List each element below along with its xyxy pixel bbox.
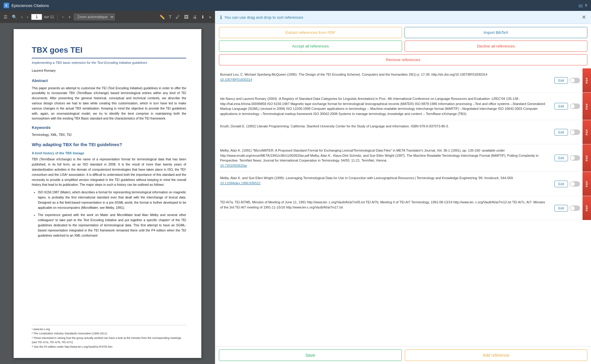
reference-text: Melby, Alan K. (1991) "MicroMATER: A Pro… <box>220 149 539 162</box>
edit-reference-button[interactable]: Edit <box>554 181 568 187</box>
footnote-3: ³ Those interested in seeing how the gro… <box>32 336 186 345</box>
extract-references-button[interactable]: Extract references from PDF <box>219 27 402 38</box>
pdf-badge-text: PDF <box>585 103 588 110</box>
reference-content: Ide Nancy and Laurent Romary (2004) -A R… <box>215 93 552 120</box>
bottom-bar: Save Add reference <box>215 346 591 364</box>
pdf-badge-text: PDF <box>585 129 588 135</box>
zoom-out-button[interactable]: 🔍 <box>11 14 18 20</box>
pdf-badge-text: PDF <box>585 155 588 161</box>
remove-references-button[interactable]: Remove references <box>219 54 587 65</box>
pdf-toolbar-icons: ✏️ T 🖊 🖼 🖨 ⬇ » <box>158 14 213 20</box>
text-button[interactable]: T <box>168 14 173 20</box>
pdf-bullet-2: The experience gained with the work on M… <box>38 212 186 238</box>
pdf-keywords: Terminology, XML, TBX, TEI <box>32 133 186 137</box>
reference-actions: Edit <box>552 93 583 120</box>
save-button[interactable]: Save <box>219 349 402 361</box>
add-reference-button[interactable]: Add reference <box>405 349 588 361</box>
pdf-badge[interactable]: PDF <box>583 144 591 172</box>
reference-content: TEI AI7a, TEI AI7M5, Minutes of Meeting … <box>215 196 552 220</box>
pdf-title: TBX goes TEI <box>32 44 186 58</box>
main-content: ☰ 🔍 ‹ › 1 sur 11 − + Zoom automatique ✏️… <box>0 11 591 364</box>
info-message: You can use drag and drop to sort refere… <box>224 15 303 20</box>
sidebar-toggle-button[interactable]: ☰ <box>2 14 9 20</box>
reference-link[interactable]: 10.1007/BF01830314 <box>220 78 252 81</box>
footnote-1: ¹ www.tei-c.org <box>32 327 186 331</box>
reference-toggle[interactable] <box>570 155 580 161</box>
pdf-badge[interactable]: PDF <box>583 196 591 220</box>
pdf-badge[interactable]: PDF <box>583 120 591 144</box>
references-list[interactable]: Burnard Lou, C. Michael Sperberg-McQueen… <box>215 65 591 346</box>
reference-content: Melby, Alan K. and Sue Ellen Wright (199… <box>215 172 552 196</box>
next-page-button[interactable]: › <box>26 14 30 20</box>
info-icon: ℹ <box>220 15 222 20</box>
pdf-bullets: ISO 6156:1987 (Mater), which describes a… <box>38 190 186 238</box>
reference-actions: Edit <box>552 172 583 196</box>
print-button[interactable]: 🖨 <box>191 14 198 20</box>
page-number-input[interactable]: 1 <box>31 14 42 20</box>
right-panel: ℹ You can use drag and drop to sort refe… <box>215 11 591 364</box>
reference-toggle[interactable] <box>570 103 580 109</box>
pdf-footnotes: ¹ www.tei-c.org ² The Localization Indus… <box>32 325 186 349</box>
highlight-button[interactable]: 🖊 <box>174 14 181 20</box>
reference-toggle[interactable] <box>570 205 580 211</box>
annotate-button[interactable]: ✏️ <box>158 14 166 20</box>
pdf-badge[interactable]: PDF <box>583 172 591 196</box>
reference-item: Burnard Lou, C. Michael Sperberg-McQueen… <box>215 68 591 93</box>
reference-link[interactable]: 10.7202/003620ar <box>220 164 247 167</box>
pdf-badge-text: PDF <box>585 205 588 211</box>
reference-actions: Edit <box>552 120 583 144</box>
import-bibtex-button[interactable]: Import BibTeX <box>404 27 588 38</box>
action-buttons: Extract references from PDF Import BibTe… <box>215 24 591 52</box>
reference-toggle[interactable] <box>570 130 580 135</box>
pdf-abstract-title: Abstract <box>32 78 186 84</box>
pdf-badge[interactable]: PDF <box>583 68 591 92</box>
zoom-minus-button[interactable]: − <box>61 14 65 20</box>
pdf-author: Laurent Romary <box>32 68 186 73</box>
reference-item: Melby, Alan K. and Sue Ellen Wright (199… <box>215 172 591 196</box>
pdf-viewport[interactable]: TBX goes TEI Implementing a TBX basic ex… <box>0 23 215 364</box>
zoom-plus-button[interactable]: + <box>67 14 72 20</box>
pdf-body1: TBX (TermBase eXchange) is the name of a… <box>32 157 186 187</box>
page-total: sur 11 <box>44 15 54 19</box>
remove-btn-row: Remove references <box>215 52 591 65</box>
pdf-subtitle: Implementing a TBX basic extension for t… <box>32 60 186 66</box>
accept-all-button[interactable]: Accept all references <box>219 41 402 52</box>
edit-reference-button[interactable]: Edit <box>554 155 568 161</box>
decline-all-button[interactable]: Decline all references <box>404 41 588 52</box>
reference-toggle[interactable] <box>570 181 580 187</box>
edit-reference-button[interactable]: Edit <box>554 77 568 84</box>
lang-fr-button[interactable]: fr <box>585 3 587 8</box>
reference-actions: Edit <box>552 196 583 220</box>
pdf-panel: ☰ 🔍 ‹ › 1 sur 11 − + Zoom automatique ✏️… <box>0 11 215 364</box>
reference-text: Ide Nancy and Laurent Romary (2004) -A R… <box>220 97 545 116</box>
topbar-left: E Episciences Citations <box>4 3 49 8</box>
pdf-abstract-body: This paper presents an attempt to custom… <box>32 86 186 121</box>
download-button[interactable]: ⬇ <box>200 14 206 20</box>
topbar: E Episciences Citations en fr <box>0 0 591 11</box>
zoom-select[interactable]: Zoom automatique <box>74 14 115 20</box>
edit-reference-button[interactable]: Edit <box>554 129 568 136</box>
image-button[interactable]: 🖼 <box>183 14 190 20</box>
edit-reference-button[interactable]: Edit <box>554 205 568 212</box>
reference-text: TEI AI7a, TEI AI7M5, Minutes of Meeting … <box>220 200 545 209</box>
pdf-page: TBX goes TEI Implementing a TBX basic ex… <box>14 29 201 358</box>
pdf-toolbar: ☰ 🔍 ‹ › 1 sur 11 − + Zoom automatique ✏️… <box>0 11 215 23</box>
close-button[interactable]: ✕ <box>582 14 586 21</box>
pdf-badge[interactable]: PDF <box>583 93 591 120</box>
pdf-h2-why: Why adapting TBX for the TEI guidelines? <box>32 141 186 148</box>
app-logo: E <box>4 3 9 8</box>
reference-content: Knuth, Donald E. (1992) Literate Program… <box>215 120 552 144</box>
reference-item: Knuth, Donald E. (1992) Literate Program… <box>215 120 591 144</box>
reference-item: Ide Nancy and Laurent Romary (2004) -A R… <box>215 93 591 120</box>
pdf-keywords-title: Keywords <box>32 125 186 131</box>
lang-en-button[interactable]: en <box>579 3 583 8</box>
prev-page-button[interactable]: ‹ <box>20 14 24 20</box>
more-button[interactable]: » <box>208 14 213 20</box>
edit-reference-button[interactable]: Edit <box>554 103 568 110</box>
reference-toggle[interactable] <box>570 78 580 83</box>
reference-content: Burnard Lou, C. Michael Sperberg-McQueen… <box>215 68 552 92</box>
reference-link[interactable]: 10.1109/kdex.1999.836522 <box>220 181 260 185</box>
reference-text: Knuth, Donald E. (1992) Literate Program… <box>220 124 449 128</box>
reference-item: TEI AI7a, TEI AI7M5, Minutes of Meeting … <box>215 196 591 220</box>
reference-actions: Edit <box>552 144 583 172</box>
